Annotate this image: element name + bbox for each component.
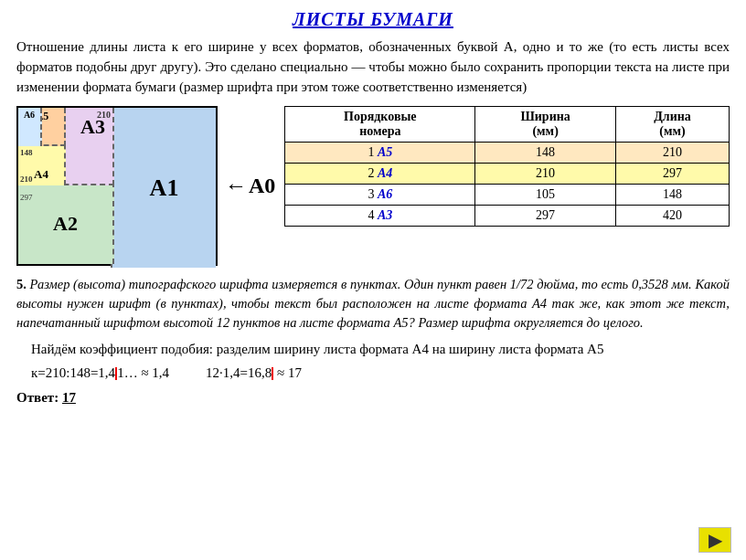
intro-paragraph: Отношение длины листа к его ширине у все… [16, 37, 730, 97]
cell-num: 3 А6 [285, 185, 475, 206]
cell-width: 105 [475, 185, 616, 206]
page-title: ЛИСТЫ БУМАГИ [16, 9, 730, 30]
col-header-num: Порядковыеномера [285, 107, 475, 143]
a2-label: А2 [53, 212, 78, 236]
cell-length: 148 [615, 185, 729, 206]
table-row: 2 А4 210 297 [285, 164, 730, 185]
cell-label: А6 [378, 187, 392, 201]
next-arrow-icon: ▶ [709, 529, 722, 551]
dim-210-bottom: 210 [20, 174, 33, 184]
cell-num: 4 А3 [285, 206, 475, 227]
math-expr-1: к=210:148=1,41… ≈ 1,4 [31, 363, 169, 384]
arrow-left-icon: ← [225, 174, 247, 198]
table-row: 3 А6 105 148 [285, 185, 730, 206]
a0-area: ← А0 [225, 174, 275, 198]
math-expr-2: 12·1,4=16,8 ≈ 17 [206, 363, 302, 384]
main-content-row: А1 А2 А3 210 А4 148 210 [16, 106, 730, 266]
page-container: ЛИСТЫ БУМАГИ Отношение длины листа к его… [0, 0, 746, 416]
dim-210-top: 210 [97, 110, 111, 120]
cell-length: 297 [615, 164, 729, 185]
problem-number: 5. [16, 277, 27, 291]
solution-math-line: к=210:148=1,41… ≈ 1,4 12·1,4=16,8 ≈ 17 [16, 363, 730, 384]
dim-148: 148 [20, 148, 33, 157]
solution-section: Найдём коэффициент подобия: разделим шир… [16, 339, 730, 408]
cell-width: 148 [475, 143, 616, 164]
a4-label: А4 [34, 167, 48, 182]
a6-region: А6 [18, 108, 42, 146]
table-row: 4 А3 297 420 [285, 206, 730, 227]
cell-label: А4 [378, 166, 392, 180]
problem-text: Размер (высота) типографского шрифта изм… [16, 277, 730, 330]
paper-diagram: А1 А2 А3 210 А4 148 210 [16, 106, 218, 266]
col-header-length: Длина(мм) [615, 107, 729, 143]
cell-label: А5 [378, 145, 392, 159]
a0-label-text: А0 [249, 174, 275, 198]
cell-length: 420 [615, 206, 729, 227]
cell-length: 210 [615, 143, 729, 164]
cursor-1 [115, 367, 117, 380]
a6-label: А6 [24, 110, 35, 120]
cell-width: 297 [475, 206, 616, 227]
cell-width: 210 [475, 164, 616, 185]
a1-region: А1 [111, 108, 216, 268]
answer-value: 17 [62, 390, 76, 405]
dim-297: 297 [20, 193, 33, 202]
next-button[interactable]: ▶ [698, 527, 731, 553]
cell-label: А3 [378, 208, 392, 222]
diagram-area: А1 А2 А3 210 А4 148 210 [16, 106, 275, 266]
answer-line: Ответ: 17 [16, 387, 730, 408]
table-row: 1 А5 148 210 [285, 143, 730, 164]
cursor-2 [272, 367, 273, 380]
paper-sizes-table: Порядковыеномера Ширина(мм) Длина(мм) 1 … [284, 106, 730, 227]
data-table-section: Порядковыеномера Ширина(мм) Длина(мм) 1 … [284, 106, 730, 227]
cell-num: 1 А5 [285, 143, 475, 164]
solution-line1: Найдём коэффициент подобия: разделим шир… [16, 339, 730, 360]
math-expressions: к=210:148=1,41… ≈ 1,4 12·1,4=16,8 ≈ 17 [31, 363, 730, 384]
cell-num: 2 А4 [285, 164, 475, 185]
problem-section: 5. Размер (высота) типографского шрифта … [16, 275, 730, 333]
answer-label: Ответ: [16, 390, 59, 405]
col-header-width: Ширина(мм) [475, 107, 616, 143]
a1-label: А1 [150, 174, 179, 202]
